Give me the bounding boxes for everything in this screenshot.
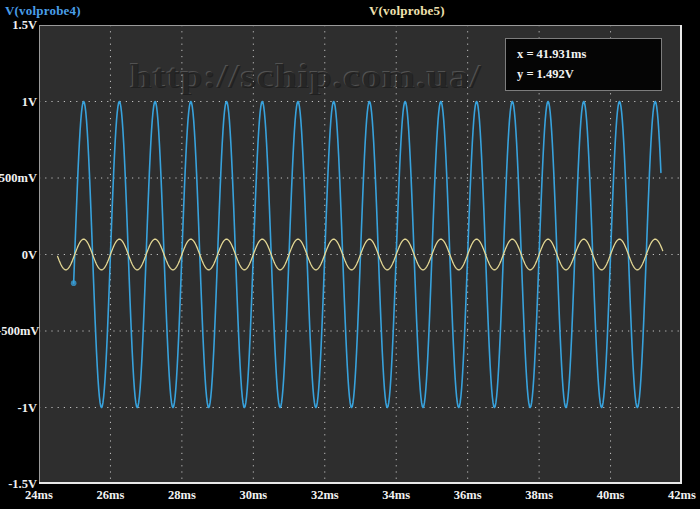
x-tick-label: 38ms xyxy=(515,488,563,502)
waveform-viewer: V(volprobe4) V(volprobe5) http://schip.c… xyxy=(0,0,700,509)
y-tick-label: 500mV xyxy=(0,171,37,185)
trace-label-volprobe5: V(volprobe5) xyxy=(369,3,445,19)
x-tick-label: 30ms xyxy=(229,488,277,502)
x-tick-label: 36ms xyxy=(444,488,492,502)
y-tick-label: -500mV xyxy=(0,324,37,338)
x-tick-label: 26ms xyxy=(86,488,134,502)
x-tick-label: 34ms xyxy=(372,488,420,502)
cursor-readout-box: x = 41.931ms y = 1.492V xyxy=(505,38,662,91)
trace-label-volprobe4: V(volprobe4) xyxy=(5,3,81,19)
x-tick-label: 28ms xyxy=(158,488,206,502)
plot-canvas[interactable]: http://schip.com.ua/http://schip.com.ua/ xyxy=(39,25,682,484)
x-tick-label: 24ms xyxy=(15,488,63,502)
watermark-text: http://schip.com.ua/ xyxy=(130,58,482,95)
y-tick-label: 1V xyxy=(0,95,37,109)
cursor-x-readout: x = 41.931ms xyxy=(517,48,661,61)
y-tick-label: 1.5V xyxy=(0,18,37,32)
x-tick-label: 42ms xyxy=(658,488,700,502)
y-tick-label: 0V xyxy=(0,248,37,262)
x-tick-label: 40ms xyxy=(587,488,635,502)
x-tick-label: 32ms xyxy=(301,488,349,502)
cursor-y-readout: y = 1.492V xyxy=(517,68,661,81)
y-tick-label: -1.5V xyxy=(0,477,37,491)
y-tick-label: -1V xyxy=(0,401,37,415)
